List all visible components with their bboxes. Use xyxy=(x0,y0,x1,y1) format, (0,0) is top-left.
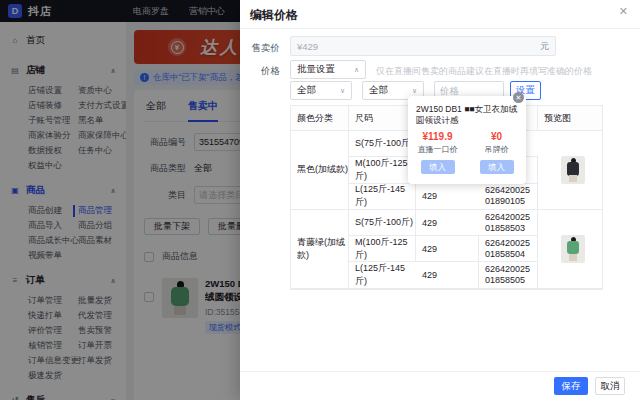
chevron-down-icon: ∨ xyxy=(340,87,345,95)
size-cell: M(100斤-125斤) xyxy=(349,157,416,183)
code-cell: 62642002501858504 xyxy=(479,236,538,262)
price-label: 价格 xyxy=(240,65,280,78)
price-cell[interactable]: 429 xyxy=(416,184,479,210)
chevron-down-icon: ∨ xyxy=(412,87,417,95)
sell-price-input-disabled: ¥429 元 xyxy=(290,36,556,56)
save-button[interactable]: 保存 xyxy=(554,377,588,395)
size-cell: L(125斤-145斤) xyxy=(349,184,416,210)
size-column-header: 尺码 xyxy=(349,106,416,131)
cancel-button[interactable]: 取消 xyxy=(595,377,625,395)
code-cell: 62642002501890105 xyxy=(479,184,538,210)
live-price-label: 直播一口价 xyxy=(408,144,467,155)
tag-price-option: ¥0 吊牌价 填入 xyxy=(467,131,526,174)
black-sku-thumbnail xyxy=(561,156,585,184)
preview-cell xyxy=(538,131,602,210)
price-hint-text: 仅在直播间售卖的商品建议在直播时再填写准确的价格 xyxy=(376,65,592,78)
modal-title: 编辑价格 xyxy=(250,7,298,24)
batch-set-dropdown[interactable]: 批量设置 ∧ xyxy=(290,60,366,79)
code-cell: 62642002501858505 xyxy=(479,262,538,288)
divider xyxy=(240,28,640,29)
chevron-up-icon: ∧ xyxy=(354,66,359,74)
price-cell[interactable]: 429 xyxy=(416,236,479,262)
color-group-green: 青藤绿(加绒款) xyxy=(291,210,349,289)
live-price-option: ¥119.9 直播一口价 填入 xyxy=(408,131,467,174)
live-price-value: ¥119.9 xyxy=(408,131,467,142)
size-cell: L(125斤-145斤) xyxy=(349,262,416,288)
preview-cell xyxy=(538,210,602,289)
edit-price-modal: ✕ 编辑价格 售卖价 ¥429 元 价格 批量设置 ∧ 仅在直播间售卖的商品建议… xyxy=(240,0,640,400)
price-cell[interactable]: 429 xyxy=(416,262,479,288)
color-filter-select[interactable]: 全部 ∨ xyxy=(290,81,352,100)
tag-price-label: 吊牌价 xyxy=(467,144,526,155)
size-cell: S(75斤-100斤) xyxy=(349,131,416,157)
tag-price-value: ¥0 xyxy=(467,131,526,142)
divider xyxy=(240,371,640,372)
popup-product-title: 2W150 DB1 ■■女卫衣加绒圆领设计感 xyxy=(408,96,526,126)
currency-unit: 元 xyxy=(540,40,549,53)
color-column-header: 颜色分类 xyxy=(291,106,349,131)
green-sku-thumbnail xyxy=(561,235,585,263)
close-icon[interactable]: ✕ xyxy=(513,92,524,103)
size-cell: M(100斤-125斤) xyxy=(349,236,416,262)
code-cell: 62642002501858503 xyxy=(479,210,538,236)
price-cell[interactable]: 429 xyxy=(416,210,479,236)
app-root: D 抖店 电商罗盘 营销中心 巨量千川 ⌂ 首页 ▤ 店铺 ∧ 店铺设置 资质中… xyxy=(0,0,640,400)
sell-price-label: 售卖价 xyxy=(240,42,280,55)
popup-options: ¥119.9 直播一口价 填入 ¥0 吊牌价 填入 xyxy=(408,131,526,174)
close-icon[interactable]: ✕ xyxy=(619,5,628,18)
color-group-black: 黑色(加绒款) xyxy=(291,131,349,210)
fill-live-price-button[interactable]: 填入 xyxy=(421,160,455,174)
preview-column-header: 预览图 xyxy=(538,106,602,131)
size-cell: S(75斤-100斤) xyxy=(349,210,416,236)
sell-price-value: ¥429 xyxy=(297,41,540,52)
fill-tag-price-button[interactable]: 填入 xyxy=(480,160,514,174)
price-suggestion-popup: ✕ 2W150 DB1 ■■女卫衣加绒圆领设计感 ¥119.9 直播一口价 填入… xyxy=(408,96,526,184)
